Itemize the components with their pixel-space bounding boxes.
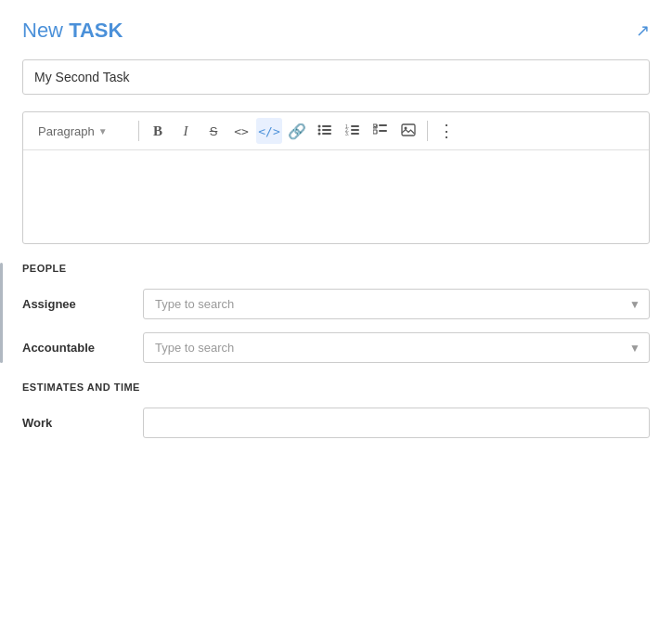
people-section: PEOPLE Assignee Type to search ▼ Account… bbox=[22, 263, 650, 363]
svg-rect-5 bbox=[322, 133, 331, 135]
code-inline-button[interactable]: <> bbox=[228, 118, 254, 144]
paragraph-dropdown[interactable]: Paragraph ▼ bbox=[31, 121, 133, 142]
estimates-section: ESTIMATES AND TIME Work bbox=[22, 382, 650, 438]
svg-text:3.: 3. bbox=[345, 131, 349, 136]
bold-button[interactable]: B bbox=[145, 118, 171, 144]
svg-rect-11 bbox=[351, 133, 359, 135]
strikethrough-button[interactable]: S bbox=[200, 118, 226, 144]
more-options-icon: ⋮ bbox=[438, 121, 456, 141]
strikethrough-icon: S bbox=[210, 124, 218, 138]
ordered-list-icon: 1. 2. 3. bbox=[345, 123, 360, 139]
code-block-button[interactable]: </> bbox=[256, 118, 282, 144]
svg-point-2 bbox=[318, 128, 321, 131]
more-options-button[interactable]: ⋮ bbox=[433, 118, 459, 144]
ordered-list-button[interactable]: 1. 2. 3. bbox=[340, 118, 366, 144]
bullet-list-button[interactable] bbox=[312, 118, 338, 144]
work-row: Work bbox=[22, 408, 650, 438]
editor-toolbar: Paragraph ▼ B I S <> </> bbox=[23, 112, 649, 150]
svg-point-4 bbox=[318, 132, 321, 135]
people-section-title: PEOPLE bbox=[22, 263, 650, 274]
italic-button[interactable]: I bbox=[173, 118, 199, 144]
svg-rect-9 bbox=[351, 129, 359, 131]
bullet-list-icon bbox=[317, 123, 332, 139]
svg-rect-3 bbox=[322, 129, 331, 131]
accountable-select[interactable]: Type to search bbox=[143, 332, 650, 363]
link-icon: 🔗 bbox=[288, 123, 306, 140]
toolbar-divider-2 bbox=[427, 121, 428, 141]
code-block-icon: </> bbox=[258, 124, 279, 138]
svg-rect-1 bbox=[322, 125, 331, 127]
svg-rect-7 bbox=[351, 125, 359, 127]
code-inline-icon: <> bbox=[234, 124, 249, 138]
work-input[interactable] bbox=[143, 408, 650, 438]
accountable-label: Accountable bbox=[22, 341, 143, 355]
svg-point-0 bbox=[318, 124, 321, 127]
page-title: New TASK bbox=[22, 19, 123, 43]
estimates-section-title: ESTIMATES AND TIME bbox=[22, 382, 650, 393]
assignee-label: Assignee bbox=[22, 297, 143, 311]
chevron-down-icon: ▼ bbox=[98, 126, 108, 136]
svg-rect-16 bbox=[402, 124, 415, 136]
svg-rect-14 bbox=[373, 130, 377, 134]
title-new: New bbox=[22, 19, 69, 42]
italic-icon: I bbox=[184, 123, 188, 139]
image-button[interactable] bbox=[395, 118, 421, 144]
paragraph-label: Paragraph bbox=[38, 124, 95, 138]
assignee-select[interactable]: Type to search bbox=[143, 289, 650, 319]
accountable-select-wrapper: Type to search ▼ bbox=[143, 332, 650, 363]
checklist-button[interactable] bbox=[368, 118, 394, 144]
link-button[interactable]: 🔗 bbox=[284, 118, 310, 144]
page-header: New TASK ↗ bbox=[22, 19, 650, 43]
accountable-row: Accountable Type to search ▼ bbox=[22, 332, 650, 363]
title-task: TASK bbox=[69, 19, 123, 42]
svg-rect-13 bbox=[379, 124, 387, 126]
work-label: Work bbox=[22, 416, 143, 430]
toolbar-divider-1 bbox=[138, 121, 139, 141]
expand-icon[interactable]: ↗ bbox=[636, 20, 650, 41]
image-icon bbox=[401, 123, 416, 139]
svg-rect-15 bbox=[379, 130, 387, 132]
task-name-input[interactable] bbox=[22, 59, 650, 95]
assignee-select-wrapper: Type to search ▼ bbox=[143, 289, 650, 319]
assignee-row: Assignee Type to search ▼ bbox=[22, 289, 650, 319]
checklist-icon bbox=[373, 123, 388, 139]
editor-body[interactable] bbox=[23, 150, 649, 243]
editor-container: Paragraph ▼ B I S <> </> bbox=[22, 111, 650, 244]
bold-icon: B bbox=[153, 123, 162, 139]
